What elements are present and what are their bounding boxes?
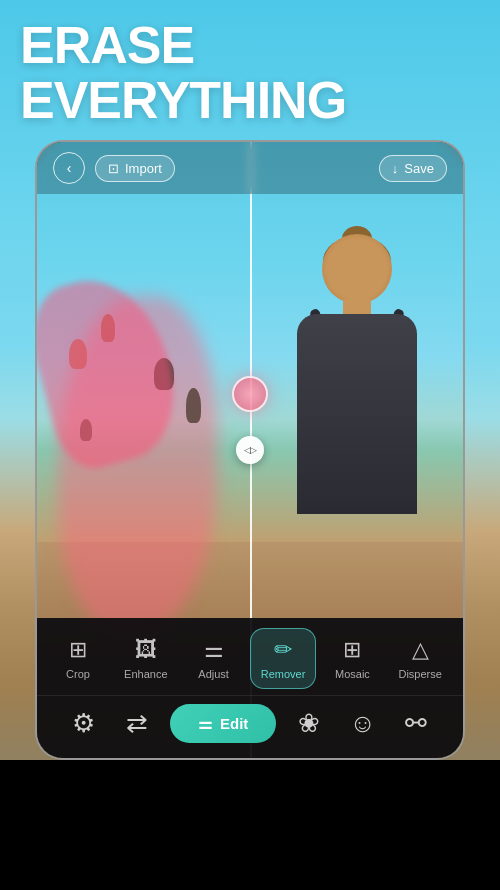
action-icon-2-symbol: ⇄ — [126, 708, 148, 739]
adjust-label: Adjust — [198, 668, 229, 680]
save-icon: ↓ — [392, 161, 399, 176]
crop-label: Crop — [66, 668, 90, 680]
action-bar: ⚙ ⇄ ⚌ Edit ❀ ☺ ⚯ — [37, 695, 463, 758]
woman-torso — [297, 314, 417, 514]
app-container: ERASE EVERYTHING — [0, 0, 500, 890]
tool-enhance[interactable]: 🖼 Enhance — [114, 629, 177, 688]
save-label: Save — [404, 161, 434, 176]
tool-mosaic[interactable]: ⊞ Mosaic — [322, 629, 382, 688]
remover-icon: ✏ — [274, 637, 292, 663]
mosaic-icon: ⊞ — [343, 637, 361, 663]
tool-crop[interactable]: ⊞ Crop — [48, 629, 108, 688]
woman-head — [322, 234, 392, 304]
action-icon-1[interactable]: ⚙ — [63, 702, 105, 744]
edit-button[interactable]: ⚌ Edit — [170, 704, 276, 743]
import-button[interactable]: ⊡ Import — [95, 155, 175, 182]
edit-label: Edit — [220, 715, 248, 732]
tool-tabs: ⊞ Crop 🖼 Enhance ⚌ Adjust ✏ Remover — [37, 618, 463, 695]
action-icon-4-symbol: ☺ — [349, 708, 376, 739]
person-shape — [186, 388, 201, 423]
remover-label: Remover — [261, 668, 306, 680]
action-icon-4[interactable]: ☺ — [342, 702, 384, 744]
disperse-icon: △ — [412, 637, 429, 663]
action-icon-5-symbol: ⚯ — [405, 708, 427, 739]
import-icon: ⊡ — [108, 161, 119, 176]
phone-frame: ‹ ⊡ Import ↓ Save ⊞ Crop — [35, 140, 465, 760]
enhance-icon: 🖼 — [135, 637, 157, 663]
tool-adjust[interactable]: ⚌ Adjust — [184, 629, 244, 688]
hero-line2: EVERYTHING — [20, 73, 346, 128]
tool-disperse[interactable]: △ Disperse — [388, 629, 451, 688]
phone-header: ‹ ⊡ Import ↓ Save — [37, 142, 463, 194]
divider-handle[interactable] — [236, 436, 264, 464]
phone-interior: ‹ ⊡ Import ↓ Save ⊞ Crop — [37, 142, 463, 758]
action-icon-3-symbol: ❀ — [298, 708, 320, 739]
action-icon-2[interactable]: ⇄ — [116, 702, 158, 744]
action-icon-1-symbol: ⚙ — [72, 708, 95, 739]
hero-line1: ERASE — [20, 18, 346, 73]
mosaic-label: Mosaic — [335, 668, 370, 680]
disperse-label: Disperse — [398, 668, 441, 680]
save-button[interactable]: ↓ Save — [379, 155, 447, 182]
tool-remover[interactable]: ✏ Remover — [250, 628, 317, 689]
hero-text: ERASE EVERYTHING — [20, 18, 346, 127]
eraser-brush-indicator — [232, 376, 268, 412]
adjust-icon: ⚌ — [204, 637, 224, 663]
back-icon: ‹ — [67, 160, 72, 176]
action-icon-5[interactable]: ⚯ — [395, 702, 437, 744]
import-label: Import — [125, 161, 162, 176]
header-left-group: ‹ ⊡ Import — [53, 152, 175, 184]
phone-toolbar: ⊞ Crop 🖼 Enhance ⚌ Adjust ✏ Remover — [37, 618, 463, 758]
edit-icon: ⚌ — [198, 714, 212, 733]
enhance-label: Enhance — [124, 668, 167, 680]
action-icon-3[interactable]: ❀ — [288, 702, 330, 744]
crop-icon: ⊞ — [69, 637, 87, 663]
back-button[interactable]: ‹ — [53, 152, 85, 184]
